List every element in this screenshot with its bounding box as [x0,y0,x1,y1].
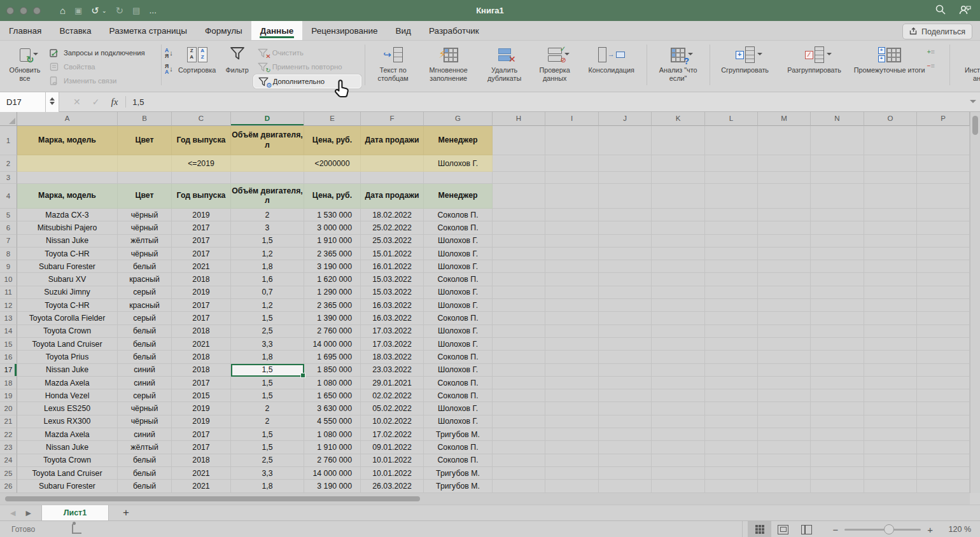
column-header-G[interactable]: G [424,112,493,126]
row-header-15[interactable]: 15 [0,338,17,351]
cancel-entry-icon[interactable]: ✕ [73,97,81,107]
cell-I5[interactable] [545,209,599,221]
cell-N18[interactable] [811,377,864,389]
cell-D8[interactable]: 1,2 [231,248,304,260]
cell-O5[interactable] [864,209,917,221]
cell-I10[interactable] [545,273,599,286]
cell-H9[interactable] [493,260,545,273]
cell-H4[interactable] [493,184,545,209]
cell-O15[interactable] [864,338,917,351]
cell-C8[interactable]: 2017 [172,248,231,260]
account-icon[interactable] [958,4,971,17]
cell-M26[interactable] [758,480,811,492]
cell-N25[interactable] [811,467,864,480]
cell-N12[interactable] [811,299,864,312]
cell-N13[interactable] [811,312,864,324]
cell-J5[interactable] [599,209,652,221]
cell-H20[interactable] [493,402,545,415]
cell-G26[interactable]: Тригубов М. [424,480,493,492]
cell-P22[interactable] [917,428,970,441]
cell-M22[interactable] [758,428,811,441]
cell-O19[interactable] [864,389,917,402]
cell-C20[interactable]: 2019 [172,402,231,415]
column-header-L[interactable]: L [705,112,758,126]
cell-K18[interactable] [652,377,705,389]
cell-K1[interactable] [652,126,705,155]
cell-I13[interactable] [545,312,599,324]
tab-razrabotchik[interactable]: Разработчик [420,21,488,40]
cell-P14[interactable] [917,325,970,338]
cell-L26[interactable] [705,480,758,492]
cell-C24[interactable]: 2018 [172,454,231,467]
column-header-D[interactable]: D [231,112,304,126]
cell-K24[interactable] [652,454,705,467]
name-box[interactable]: D17 [0,92,46,112]
cell-B26[interactable]: белый [118,480,172,492]
cell-F21[interactable]: 10.02.2022 [361,415,424,428]
cell-N11[interactable] [811,286,864,299]
cell-L8[interactable] [705,248,758,260]
cell-D19[interactable]: 1,5 [231,389,304,402]
cell-M9[interactable] [758,260,811,273]
cell-F15[interactable]: 17.03.2022 [361,338,424,351]
cell-J26[interactable] [599,480,652,492]
cell-P6[interactable] [917,221,970,234]
row-header-22[interactable]: 22 [0,428,17,441]
cell-I24[interactable] [545,454,599,467]
cell-H10[interactable] [493,273,545,286]
cell-P1[interactable] [917,126,970,155]
cell-M10[interactable] [758,273,811,286]
cell-N23[interactable] [811,441,864,454]
cell-E22[interactable]: 1 080 000 [304,428,361,441]
cell-I22[interactable] [545,428,599,441]
row-header-7[interactable]: 7 [0,235,17,248]
cell-B23[interactable]: жёлтый [118,441,172,454]
cell-E26[interactable]: 3 190 000 [304,480,361,492]
cell-C26[interactable]: 2021 [172,480,231,492]
column-header-H[interactable]: H [493,112,545,126]
cell-H18[interactable] [493,377,545,389]
more-toolbar-icon[interactable]: … [149,6,157,15]
zoom-window-button[interactable] [33,7,41,15]
cell-L2[interactable] [705,155,758,172]
cell-H23[interactable] [493,441,545,454]
cell-H13[interactable] [493,312,545,324]
cell-H6[interactable] [493,221,545,234]
cell-J10[interactable] [599,273,652,286]
close-window-button[interactable] [6,7,14,15]
cell-G18[interactable]: Соколов П. [424,377,493,389]
cell-O1[interactable] [864,126,917,155]
column-header-O[interactable]: O [864,112,917,126]
analysis-tools-button[interactable]: ⚙ Инструменты анализа [953,43,980,83]
cell-J23[interactable] [599,441,652,454]
tab-razmetka[interactable]: Разметка страницы [101,21,196,40]
save-icon[interactable]: ▣ [74,6,82,15]
cell-B18[interactable]: синий [118,377,172,389]
expand-formula-bar-icon[interactable] [970,100,976,106]
cell-M13[interactable] [758,312,811,324]
cell-F6[interactable]: 25.02.2022 [361,221,424,234]
cell-G22[interactable]: Тригубов М. [424,428,493,441]
cell-E14[interactable]: 2 760 000 [304,325,361,338]
ungroup-button[interactable]: ∕ Разгруппировать [777,43,852,74]
row-header-2[interactable]: 2 [0,155,17,172]
cell-M21[interactable] [758,415,811,428]
cell-P8[interactable] [917,248,970,260]
row-header-10[interactable]: 10 [0,273,17,286]
cell-E19[interactable]: 1 650 000 [304,389,361,402]
cell-C23[interactable]: 2017 [172,441,231,454]
horizontal-scrollbar-thumb[interactable] [5,496,420,501]
cell-E15[interactable]: 14 000 000 [304,338,361,351]
cell-D17[interactable]: 1,5 [231,364,304,377]
cell-L23[interactable] [705,441,758,454]
cell-K6[interactable] [652,221,705,234]
tab-vstavka[interactable]: Вставка [50,21,100,40]
cell-G12[interactable]: Шолохов Г. [424,299,493,312]
cell-A3[interactable] [17,172,118,184]
cell-H5[interactable] [493,209,545,221]
tab-vid[interactable]: Вид [387,21,420,40]
cell-E21[interactable]: 4 550 000 [304,415,361,428]
queries-connections-button[interactable]: Запросы и подключения [45,46,158,59]
cell-F13[interactable]: 16.03.2022 [361,312,424,324]
cell-F17[interactable]: 23.03.2022 [361,364,424,377]
